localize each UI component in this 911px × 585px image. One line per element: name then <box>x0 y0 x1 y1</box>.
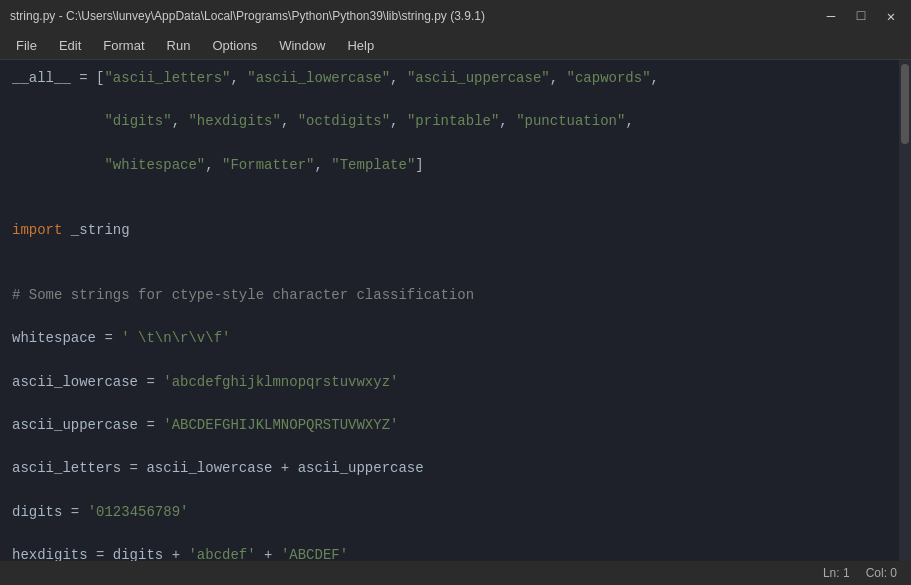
scroll-thumb[interactable] <box>901 64 909 144</box>
code-area[interactable]: __all__ = ["ascii_letters", "ascii_lower… <box>0 60 899 561</box>
menu-bar: File Edit Format Run Options Window Help <box>0 32 911 60</box>
menu-format[interactable]: Format <box>93 35 154 56</box>
scrollbar[interactable] <box>899 60 911 561</box>
menu-help[interactable]: Help <box>337 35 384 56</box>
col-status: Col: 0 <box>866 566 897 580</box>
minimize-button[interactable]: — <box>821 8 841 25</box>
code-content: __all__ = ["ascii_letters", "ascii_lower… <box>12 68 887 561</box>
menu-options[interactable]: Options <box>202 35 267 56</box>
editor: __all__ = ["ascii_letters", "ascii_lower… <box>0 60 911 561</box>
window-controls: — □ ✕ <box>821 8 901 25</box>
menu-run[interactable]: Run <box>157 35 201 56</box>
title-text: string.py - C:\Users\lunvey\AppData\Loca… <box>10 9 485 23</box>
menu-file[interactable]: File <box>6 35 47 56</box>
menu-edit[interactable]: Edit <box>49 35 91 56</box>
title-bar: string.py - C:\Users\lunvey\AppData\Loca… <box>0 0 911 32</box>
maximize-button[interactable]: □ <box>851 8 871 25</box>
status-bar: Ln: 1 Col: 0 <box>0 561 911 585</box>
menu-window[interactable]: Window <box>269 35 335 56</box>
ln-status: Ln: 1 <box>823 566 850 580</box>
close-button[interactable]: ✕ <box>881 8 901 25</box>
